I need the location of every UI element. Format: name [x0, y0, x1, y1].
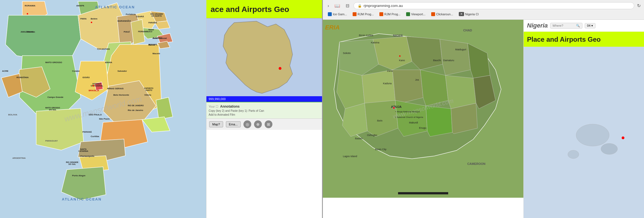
- ocean-label-atlantic-bottom: ATLANTIC OCEAN: [62, 197, 102, 201]
- bookmark-label-5: Clickaroun...: [436, 13, 453, 16]
- annotation-text1: Copy (key 2) and Paste (key 1): Parts of…: [209, 109, 320, 112]
- right-overlay-panel: Nigeria 🔍 04 ▾ Place and Airports Geo: [523, 20, 644, 218]
- label-argentina: ARGENTINA: [12, 157, 26, 159]
- svg-marker-22: [36, 108, 84, 150]
- nigeria-header: Nigeria 🔍 04 ▾: [524, 20, 644, 32]
- browser-top-row: › 📖 ⊟ 🔒 rjmprogramming.com.au ↻: [326, 2, 641, 9]
- svg-point-33: [601, 143, 617, 155]
- state-maranhao: MARANHÃO: [118, 20, 131, 22]
- browser-address-bar[interactable]: 🔒 rjmprogramming.com.au: [353, 2, 634, 9]
- label-chad: CHAD: [463, 29, 472, 32]
- svg-point-32: [576, 124, 609, 146]
- browser-content: www.mapsofworld.com ERIA NIGER CHAD CAME…: [323, 20, 644, 218]
- eria-label: ERIA: [325, 24, 340, 31]
- brazil-map: ATLANTIC OCEAN ATLANTIC OCEAN www.mapsof…: [0, 0, 206, 218]
- city-bauchi: Bauchi: [433, 59, 441, 62]
- state-mato-grosso: MATO GROSSO: [45, 61, 62, 64]
- bottom-bar-left: Map? Ema... ◎ ⊕ ⊞: [206, 118, 322, 130]
- lock-icon: 🔒: [358, 4, 362, 8]
- bookmark-favicon-4: [406, 12, 410, 16]
- bookmark-ice-gam[interactable]: Ice Gam...: [326, 12, 349, 17]
- browser-reader-icon[interactable]: ⊟: [344, 3, 351, 9]
- bookmark-label-6: Nigeria Cl: [465, 13, 479, 16]
- page-number: 04: [587, 24, 591, 27]
- svg-marker-3: [6, 15, 81, 61]
- city-enugu: Enugu: [419, 127, 426, 129]
- browser-back-button[interactable]: ›: [326, 3, 330, 9]
- label-salvador: Salvador: [118, 70, 127, 72]
- label-recife: Recife: [148, 44, 155, 46]
- label-abuja-mosque: + Abuja National Mosque: [395, 110, 420, 113]
- bookmark-favicon-3: [379, 12, 383, 16]
- label-brasilia: BRASÍLIA: [89, 89, 99, 92]
- email-button[interactable]: Ema...: [226, 121, 241, 127]
- city-maiduguri: Maiduguri: [455, 48, 466, 51]
- state-ceara: CEARÁ: [136, 15, 144, 18]
- city-oshogbo: Oshogbo: [367, 134, 377, 137]
- city-benincity: Benin City: [375, 148, 386, 151]
- app-title-bar-right: Place and Airports Geo: [524, 32, 644, 47]
- bookmark-rjm-prog-2[interactable]: RJM Prog...: [378, 12, 402, 17]
- city-ilorin: Ilorin: [377, 119, 382, 122]
- scale-bar: [398, 192, 448, 194]
- city-kano: Kano: [399, 59, 405, 62]
- label-saopaulo-city: São Paulo: [99, 118, 110, 120]
- city-makurdi: Makurdi: [409, 121, 418, 124]
- bookmark-viewport[interactable]: Viewport...: [404, 12, 427, 17]
- label-bolivia: BOLIVIA: [8, 113, 17, 116]
- label-vitoria: Vitória: [144, 94, 151, 96]
- bookmark-label-2: RJM Prog...: [358, 13, 374, 16]
- city-lagos: Lagos Island: [343, 155, 357, 158]
- label-cameroon: CAMEROON: [467, 162, 485, 165]
- page-number-badge: 04 ▾: [585, 23, 596, 28]
- label-belem: Belém: [91, 18, 97, 20]
- label-manaus: Manaus: [27, 31, 35, 33]
- label-joaopessoa: João Pessoal: [153, 37, 167, 39]
- city-ibadan: Ibadan: [355, 137, 363, 140]
- state-es: ESPIRITOSANTO: [144, 87, 153, 91]
- where-input[interactable]: [553, 24, 575, 27]
- bookmark-nigeria-cl[interactable]: ✕ Nigeria Cl: [457, 11, 480, 17]
- mini-map-right: [524, 47, 644, 218]
- icon-btn-3[interactable]: ⊞: [265, 120, 272, 128]
- x-tab-close[interactable]: ✕: [459, 12, 464, 16]
- state-rn: RIO GRANDEDO NORTE: [150, 13, 163, 17]
- map-button[interactable]: Map?: [209, 121, 223, 127]
- browser-bookmarks-icon[interactable]: 📖: [333, 3, 341, 9]
- state-rj: RIO DE JANEIRO: [128, 105, 144, 106]
- state-roraima: RORAIMA: [25, 4, 35, 7]
- svg-point-34: [568, 150, 579, 158]
- left-panel: ATLANTIC OCEAN ATLANTIC OCEAN www.mapsof…: [0, 0, 322, 218]
- url-text: rjmprogramming.com.au: [364, 4, 403, 8]
- city-damaturu: Damaturu: [443, 59, 454, 62]
- state-rgs: RIO GRANDEDO SUL: [66, 161, 79, 165]
- label-cuiaba: Cuiabá: [72, 70, 80, 72]
- icon-btn-1[interactable]: ◎: [243, 120, 251, 128]
- bookmark-rjm-prog-1[interactable]: RJM Prog...: [351, 12, 375, 17]
- state-rondonia: RONDÔNIA: [16, 76, 29, 79]
- browser-chrome: › 📖 ⊟ 🔒 rjmprogramming.com.au ↻ Ice Gam.…: [323, 0, 644, 20]
- city-kaduna: Kaduna: [383, 82, 392, 85]
- state-ms: MATO GROSSODO SUL: [45, 107, 60, 111]
- state-parana: PARANÁ: [82, 131, 92, 133]
- where-search-box[interactable]: 🔍: [550, 23, 582, 29]
- nigeria-map: www.mapsofworld.com ERIA NIGER CHAD CAME…: [323, 20, 523, 198]
- search-icon-small: 🔍: [576, 24, 580, 28]
- label-campogrande: Campo Grande: [47, 96, 63, 98]
- bookmark-favicon-1: [328, 12, 332, 16]
- state-sc: SANTACATARINA: [78, 148, 88, 152]
- brazil-map-image: ATLANTIC OCEAN ATLANTIC OCEAN www.mapsof…: [0, 0, 206, 218]
- annotation-title: Annotations: [220, 105, 240, 108]
- bookmark-clickaround[interactable]: Clickaroun...: [430, 12, 455, 17]
- browser-refresh-button[interactable]: ↻: [637, 3, 641, 8]
- bookmark-label-3: RJM Prog...: [384, 13, 401, 16]
- svg-point-29: [279, 67, 281, 70]
- icon-btn-2[interactable]: ⊕: [254, 120, 262, 128]
- state-paraiba: PARAÍBA: [148, 22, 157, 24]
- dot-abuja-ring: [392, 106, 395, 109]
- your-label: Your ☐: [209, 105, 218, 108]
- bookmark-label-1: Ice Gam...: [333, 13, 347, 16]
- annotation-section: Your ☐ Annotations Copy (key 2) and Past…: [206, 102, 322, 118]
- bookmark-bar: Ice Gam... RJM Prog... RJM Prog... Viewp…: [326, 11, 641, 17]
- label-curitiba: Curitiba: [91, 135, 99, 138]
